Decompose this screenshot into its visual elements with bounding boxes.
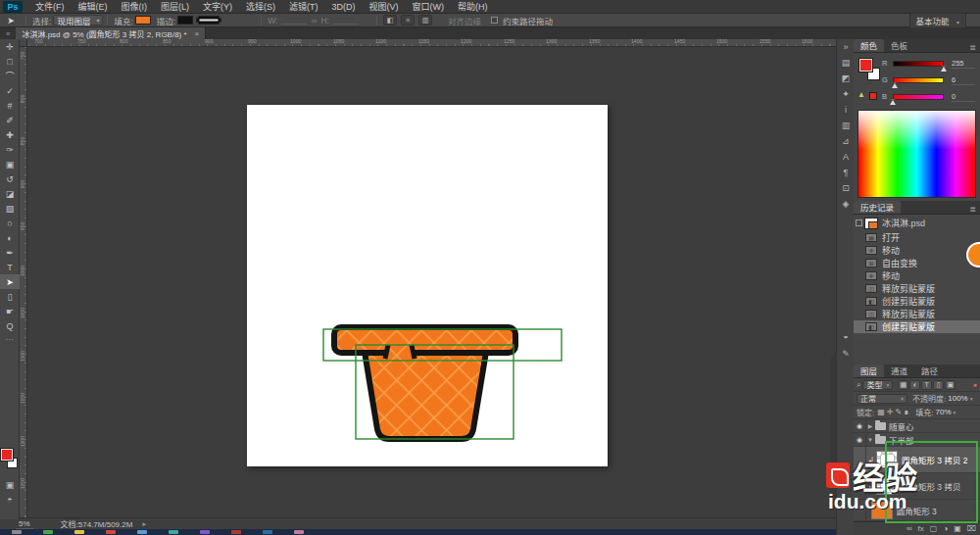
- taskbar-app-icon-4[interactable]: [137, 530, 147, 534]
- history-row-4[interactable]: ◫释放剪贴蒙版: [854, 282, 980, 295]
- tab-channels[interactable]: 通道: [884, 365, 914, 377]
- path-op-button-0[interactable]: ◧: [383, 15, 397, 25]
- constrain-path-checkbox[interactable]: [491, 17, 498, 24]
- path-op-button-2[interactable]: ▥: [418, 15, 432, 25]
- stroke-style-preview[interactable]: [196, 16, 221, 24]
- opacity-value[interactable]: 100%: [948, 394, 967, 403]
- tab-history[interactable]: 历史记录: [854, 201, 901, 214]
- clone-source-icon[interactable]: ⊡: [837, 180, 855, 196]
- marquee-tool[interactable]: □: [0, 54, 20, 69]
- pen-tool[interactable]: ✒: [0, 245, 20, 260]
- character-icon[interactable]: A: [837, 149, 855, 165]
- brush-tool[interactable]: ✑: [0, 142, 20, 157]
- slider-value[interactable]: 0: [952, 92, 975, 102]
- taskbar-app-icon-8[interactable]: [263, 530, 272, 534]
- dodge-tool[interactable]: ◐: [0, 230, 20, 245]
- menu-item-1[interactable]: 编辑(E): [72, 2, 115, 12]
- document-tab[interactable]: 冰淇淋.psd @ 5% (圆角矩形 3 拷贝 2, RGB/8) * ×: [16, 27, 206, 39]
- adjustment-layer-button[interactable]: ◑: [943, 524, 948, 533]
- width-field[interactable]: [281, 16, 307, 24]
- group-expand-icon[interactable]: ▼: [866, 437, 874, 443]
- taskbar-app-icon-0[interactable]: [12, 530, 22, 534]
- brush-presets-icon[interactable]: ▤: [837, 55, 855, 71]
- clone-stamp-tool[interactable]: ▣: [0, 157, 20, 171]
- slider-track-R[interactable]: [893, 61, 944, 67]
- lasso-tool[interactable]: ⌒: [0, 69, 20, 83]
- blend-mode-dropdown[interactable]: 正常 ▾: [857, 394, 907, 404]
- more-tools-icon[interactable]: ⋯: [0, 335, 19, 344]
- height-field[interactable]: [333, 16, 359, 24]
- gradient-tool[interactable]: ▨: [0, 201, 20, 216]
- menu-item-8[interactable]: 视图(V): [363, 2, 406, 12]
- slider-thumb[interactable]: [892, 82, 898, 88]
- slider-track-B[interactable]: [893, 94, 944, 100]
- history-brush-tool[interactable]: ↺: [0, 171, 20, 186]
- filter-kind-button-0[interactable]: ▦: [898, 380, 908, 390]
- history-source-checkbox[interactable]: [856, 219, 862, 226]
- crop-tool[interactable]: #: [0, 98, 20, 113]
- windows-taskbar[interactable]: [0, 529, 980, 535]
- expand-dock-icon[interactable]: »: [837, 39, 855, 55]
- styles-icon[interactable]: ✦: [837, 86, 855, 102]
- collapse-panels-icon[interactable]: «: [6, 29, 10, 38]
- delete-layer-button[interactable]: ⌧: [967, 524, 976, 533]
- taskbar-app-icon-2[interactable]: [74, 530, 84, 534]
- horizontal-ruler[interactable]: 7007508008509009501000105011001150120012…: [20, 39, 836, 47]
- menu-item-4[interactable]: 文字(Y): [196, 2, 239, 12]
- add-layer-mask-button[interactable]: ▢: [930, 524, 938, 533]
- visibility-toggle[interactable]: ◉: [854, 419, 866, 432]
- tab-swatches[interactable]: 色板: [884, 39, 914, 52]
- vertical-ruler[interactable]: 750800850900950100010501100115012001250: [20, 47, 27, 519]
- info-icon[interactable]: i: [837, 102, 855, 118]
- screen-mode-button[interactable]: ◓: [0, 493, 20, 507]
- menu-item-3[interactable]: 图层(L): [154, 2, 196, 12]
- history-row-6[interactable]: ◫释放剪贴蒙版: [854, 308, 980, 320]
- history-row-1[interactable]: ✛移动: [854, 244, 980, 257]
- lock-button-3[interactable]: ∎: [904, 408, 908, 416]
- history-row-7[interactable]: ◧创建剪贴蒙版: [854, 320, 980, 333]
- quick-selection-tool[interactable]: ✓: [0, 83, 20, 98]
- panel-menu-icon[interactable]: ≣: [969, 43, 980, 52]
- group-expand-icon[interactable]: ▶: [866, 422, 874, 429]
- panel-menu-icon[interactable]: ≣: [969, 205, 980, 214]
- taskbar-app-icon-1[interactable]: [43, 530, 53, 534]
- healing-brush-tool[interactable]: ✚: [0, 127, 20, 142]
- menu-item-5[interactable]: 选择(S): [239, 2, 282, 12]
- blur-tool[interactable]: ○: [0, 216, 20, 230]
- history-row-5[interactable]: ◧创建剪贴蒙版: [854, 295, 980, 308]
- tab-layers[interactable]: 图层: [854, 365, 884, 377]
- filter-toggle-icon[interactable]: ●: [973, 381, 977, 388]
- shape-tool[interactable]: ▯: [0, 289, 20, 304]
- slider-track-G[interactable]: [893, 77, 944, 83]
- filter-kind-button-1[interactable]: ◐: [909, 380, 920, 390]
- history-row-3[interactable]: ✛移动: [854, 269, 980, 282]
- menu-item-7[interactable]: 3D(D): [325, 2, 363, 12]
- link-layers-button[interactable]: ∞: [906, 524, 912, 533]
- fill-color-swatch[interactable]: [135, 16, 151, 24]
- lock-button-2[interactable]: ✎: [896, 408, 903, 416]
- tab-color[interactable]: 颜色: [854, 39, 884, 52]
- type-tool[interactable]: T: [0, 260, 20, 274]
- eyedropper-tool[interactable]: ✐: [0, 113, 20, 127]
- slider-value[interactable]: 255: [952, 59, 975, 69]
- history-row-0[interactable]: ▤打开: [854, 231, 980, 244]
- histogram-icon[interactable]: ▥: [837, 118, 855, 133]
- measurement-icon[interactable]: ◈: [837, 196, 855, 212]
- history-row-2[interactable]: ⊞自由变换: [854, 257, 980, 269]
- color-spectrum-ramp[interactable]: [858, 110, 976, 198]
- filter-kind-button-3[interactable]: ▯: [933, 380, 944, 390]
- select-mode-dropdown[interactable]: 现用图层 ▾: [53, 15, 103, 25]
- menu-item-9[interactable]: 窗口(W): [406, 2, 452, 12]
- eraser-tool[interactable]: ◪: [0, 186, 20, 201]
- menu-item-0[interactable]: 文件(F): [28, 2, 72, 12]
- filter-kind-button-2[interactable]: T: [921, 380, 932, 390]
- link-dimensions-icon[interactable]: ∞: [311, 16, 317, 25]
- gamut-warning-icon[interactable]: ▲: [858, 90, 865, 99]
- taskbar-app-icon-3[interactable]: [106, 530, 116, 534]
- filter-type-dropdown[interactable]: 类型 ▾: [862, 380, 893, 390]
- history-snapshot-row[interactable]: 冰淇淋.psd: [854, 215, 980, 231]
- navigator-icon[interactable]: ⊿: [837, 133, 855, 149]
- taskbar-app-icon-5[interactable]: [169, 530, 178, 534]
- slider-thumb[interactable]: [941, 66, 947, 72]
- taskbar-app-icon-9[interactable]: [294, 530, 304, 534]
